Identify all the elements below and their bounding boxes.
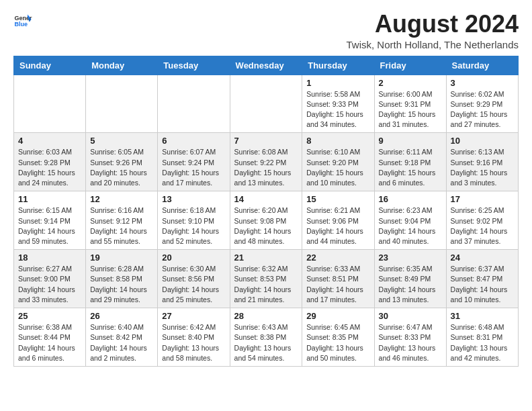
- day-info: Sunrise: 6:08 AM Sunset: 9:22 PM Dayligh…: [234, 147, 298, 188]
- day-number: 8: [306, 136, 369, 146]
- day-info: Sunrise: 6:20 AM Sunset: 9:08 PM Dayligh…: [234, 205, 298, 246]
- calendar-cell-w3-d2: 12Sunrise: 6:16 AM Sunset: 9:12 PM Dayli…: [86, 191, 158, 250]
- day-number: 18: [18, 253, 81, 263]
- day-number: 4: [18, 136, 81, 146]
- calendar-cell-w5-d2: 26Sunrise: 6:40 AM Sunset: 8:42 PM Dayli…: [86, 308, 158, 367]
- calendar-cell-w4-d1: 18Sunrise: 6:27 AM Sunset: 9:00 PM Dayli…: [14, 250, 86, 308]
- day-info: Sunrise: 6:37 AM Sunset: 8:47 PM Dayligh…: [451, 264, 514, 305]
- calendar-cell-w2-d2: 5Sunrise: 6:05 AM Sunset: 9:26 PM Daylig…: [86, 133, 158, 191]
- day-info: Sunrise: 6:27 AM Sunset: 9:00 PM Dayligh…: [18, 264, 81, 305]
- logo: General Blue: [13, 11, 32, 30]
- calendar-cell-w2-d7: 10Sunrise: 6:13 AM Sunset: 9:16 PM Dayli…: [446, 133, 518, 191]
- calendar-cell-w1-d2: [86, 75, 158, 133]
- day-number: 29: [306, 311, 369, 321]
- day-number: 2: [379, 78, 442, 88]
- calendar-cell-w2-d5: 8Sunrise: 6:10 AM Sunset: 9:20 PM Daylig…: [302, 133, 374, 191]
- location-subtitle: Twisk, North Holland, The Netherlands: [346, 39, 519, 50]
- day-number: 19: [90, 253, 153, 263]
- calendar-cell-w5-d4: 28Sunrise: 6:43 AM Sunset: 8:38 PM Dayli…: [230, 308, 302, 367]
- calendar-cell-w5-d3: 27Sunrise: 6:42 AM Sunset: 8:40 PM Dayli…: [158, 308, 230, 367]
- header: General Blue August 2024 Twisk, North Ho…: [13, 11, 519, 50]
- day-info: Sunrise: 6:25 AM Sunset: 9:02 PM Dayligh…: [451, 205, 514, 246]
- calendar-cell-w1-d5: 1Sunrise: 5:58 AM Sunset: 9:33 PM Daylig…: [302, 75, 374, 133]
- day-info: Sunrise: 6:33 AM Sunset: 8:51 PM Dayligh…: [306, 264, 369, 305]
- header-monday: Monday: [86, 56, 158, 75]
- header-sunday: Sunday: [14, 56, 86, 75]
- day-info: Sunrise: 6:38 AM Sunset: 8:44 PM Dayligh…: [18, 322, 81, 363]
- day-number: 21: [234, 253, 298, 263]
- calendar-cell-w3-d1: 11Sunrise: 6:15 AM Sunset: 9:14 PM Dayli…: [14, 191, 86, 250]
- day-number: 5: [90, 136, 153, 146]
- day-info: Sunrise: 6:48 AM Sunset: 8:31 PM Dayligh…: [451, 322, 514, 363]
- calendar-cell-w3-d7: 17Sunrise: 6:25 AM Sunset: 9:02 PM Dayli…: [446, 191, 518, 250]
- calendar-cell-w3-d3: 13Sunrise: 6:18 AM Sunset: 9:10 PM Dayli…: [158, 191, 230, 250]
- calendar-header-row: Sunday Monday Tuesday Wednesday Thursday…: [14, 56, 519, 75]
- day-number: 13: [162, 194, 225, 204]
- calendar-cell-w3-d6: 16Sunrise: 6:23 AM Sunset: 9:04 PM Dayli…: [374, 191, 446, 250]
- day-number: 30: [379, 311, 442, 321]
- day-number: 3: [451, 78, 514, 88]
- day-info: Sunrise: 6:43 AM Sunset: 8:38 PM Dayligh…: [234, 322, 298, 363]
- day-number: 11: [18, 194, 81, 204]
- day-number: 15: [306, 194, 369, 204]
- day-info: Sunrise: 6:32 AM Sunset: 8:53 PM Dayligh…: [234, 264, 298, 305]
- calendar-cell-w5-d5: 29Sunrise: 6:45 AM Sunset: 8:35 PM Dayli…: [302, 308, 374, 367]
- calendar-cell-w3-d4: 14Sunrise: 6:20 AM Sunset: 9:08 PM Dayli…: [230, 191, 302, 250]
- header-friday: Friday: [374, 56, 446, 75]
- header-saturday: Saturday: [446, 56, 518, 75]
- day-number: 25: [18, 311, 81, 321]
- calendar-cell-w4-d3: 20Sunrise: 6:30 AM Sunset: 8:56 PM Dayli…: [158, 250, 230, 308]
- calendar-week-3: 11Sunrise: 6:15 AM Sunset: 9:14 PM Dayli…: [14, 191, 519, 250]
- day-number: 27: [162, 311, 225, 321]
- calendar-cell-w1-d7: 3Sunrise: 6:02 AM Sunset: 9:29 PM Daylig…: [446, 75, 518, 133]
- calendar-week-2: 4Sunrise: 6:03 AM Sunset: 9:28 PM Daylig…: [14, 133, 519, 191]
- calendar-cell-w2-d1: 4Sunrise: 6:03 AM Sunset: 9:28 PM Daylig…: [14, 133, 86, 191]
- day-info: Sunrise: 6:10 AM Sunset: 9:20 PM Dayligh…: [306, 147, 369, 188]
- day-info: Sunrise: 6:47 AM Sunset: 8:33 PM Dayligh…: [379, 322, 442, 363]
- day-number: 26: [90, 311, 153, 321]
- day-info: Sunrise: 6:00 AM Sunset: 9:31 PM Dayligh…: [379, 89, 442, 130]
- day-info: Sunrise: 6:05 AM Sunset: 9:26 PM Dayligh…: [90, 147, 153, 188]
- day-number: 28: [234, 311, 298, 321]
- header-wednesday: Wednesday: [230, 56, 302, 75]
- day-info: Sunrise: 6:42 AM Sunset: 8:40 PM Dayligh…: [162, 322, 225, 363]
- calendar-cell-w4-d2: 19Sunrise: 6:28 AM Sunset: 8:58 PM Dayli…: [86, 250, 158, 308]
- day-info: Sunrise: 5:58 AM Sunset: 9:33 PM Dayligh…: [306, 89, 369, 130]
- calendar-cell-w4-d6: 23Sunrise: 6:35 AM Sunset: 8:49 PM Dayli…: [374, 250, 446, 308]
- day-info: Sunrise: 6:45 AM Sunset: 8:35 PM Dayligh…: [306, 322, 369, 363]
- day-number: 7: [234, 136, 298, 146]
- calendar-cell-w1-d6: 2Sunrise: 6:00 AM Sunset: 9:31 PM Daylig…: [374, 75, 446, 133]
- day-info: Sunrise: 6:35 AM Sunset: 8:49 PM Dayligh…: [379, 264, 442, 305]
- day-info: Sunrise: 6:02 AM Sunset: 9:29 PM Dayligh…: [451, 89, 514, 130]
- day-info: Sunrise: 6:16 AM Sunset: 9:12 PM Dayligh…: [90, 205, 153, 246]
- calendar-cell-w4-d4: 21Sunrise: 6:32 AM Sunset: 8:53 PM Dayli…: [230, 250, 302, 308]
- month-year-title: August 2024: [346, 11, 519, 38]
- day-number: 6: [162, 136, 225, 146]
- day-number: 22: [306, 253, 369, 263]
- day-number: 24: [451, 253, 514, 263]
- logo-icon: General Blue: [13, 11, 32, 30]
- day-info: Sunrise: 6:03 AM Sunset: 9:28 PM Dayligh…: [18, 147, 81, 188]
- day-number: 10: [451, 136, 514, 146]
- calendar-week-1: 1Sunrise: 5:58 AM Sunset: 9:33 PM Daylig…: [14, 75, 519, 133]
- calendar-cell-w5-d1: 25Sunrise: 6:38 AM Sunset: 8:44 PM Dayli…: [14, 308, 86, 367]
- day-info: Sunrise: 6:28 AM Sunset: 8:58 PM Dayligh…: [90, 264, 153, 305]
- day-info: Sunrise: 6:23 AM Sunset: 9:04 PM Dayligh…: [379, 205, 442, 246]
- day-number: 14: [234, 194, 298, 204]
- calendar-week-5: 25Sunrise: 6:38 AM Sunset: 8:44 PM Dayli…: [14, 308, 519, 367]
- day-info: Sunrise: 6:21 AM Sunset: 9:06 PM Dayligh…: [306, 205, 369, 246]
- day-number: 20: [162, 253, 225, 263]
- calendar-table: Sunday Monday Tuesday Wednesday Thursday…: [13, 56, 519, 367]
- svg-text:Blue: Blue: [14, 21, 28, 28]
- calendar-week-4: 18Sunrise: 6:27 AM Sunset: 9:00 PM Dayli…: [14, 250, 519, 308]
- calendar-cell-w1-d4: [230, 75, 302, 133]
- day-number: 23: [379, 253, 442, 263]
- calendar-cell-w5-d7: 31Sunrise: 6:48 AM Sunset: 8:31 PM Dayli…: [446, 308, 518, 367]
- day-number: 1: [306, 78, 369, 88]
- header-tuesday: Tuesday: [158, 56, 230, 75]
- title-area: August 2024 Twisk, North Holland, The Ne…: [346, 11, 519, 50]
- day-info: Sunrise: 6:15 AM Sunset: 9:14 PM Dayligh…: [18, 205, 81, 246]
- day-info: Sunrise: 6:11 AM Sunset: 9:18 PM Dayligh…: [379, 147, 442, 188]
- day-info: Sunrise: 6:18 AM Sunset: 9:10 PM Dayligh…: [162, 205, 225, 246]
- calendar-cell-w4-d7: 24Sunrise: 6:37 AM Sunset: 8:47 PM Dayli…: [446, 250, 518, 308]
